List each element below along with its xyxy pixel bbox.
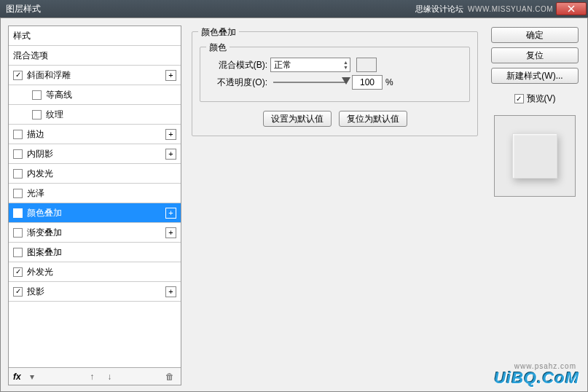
checkbox-icon[interactable] [13,208,23,218]
style-item-11[interactable]: 图案叠加 [9,243,181,262]
style-item-8[interactable]: 光泽 [9,184,181,203]
color-overlay-group: 颜色叠加 颜色 混合模式(B): 正常 ▲▼ 不透明度(O): 100 [192,31,478,136]
new-style-button[interactable]: 新建样式(W)... [491,68,579,84]
select-arrows-icon: ▲▼ [343,60,348,70]
blend-mode-row: 混合模式(B): 正常 ▲▼ [208,58,462,72]
window-title: 图层样式 [6,3,415,15]
color-group-title: 颜色 [206,42,230,54]
style-item-label: 投影 [27,286,165,298]
style-item-1[interactable]: 混合选项 [9,46,181,66]
styles-footer: fx ▾ ↑ ↓ 🗑 [9,367,181,385]
opacity-unit: % [385,77,393,87]
style-item-9[interactable]: 颜色叠加+ [9,203,181,223]
checkbox-icon[interactable] [13,228,23,238]
style-item-label: 渐变叠加 [27,227,165,239]
styles-panel: 样式混合选项斜面和浮雕+等高线纹理描边+内阴影+内发光光泽颜色叠加+渐变叠加+图… [8,26,181,385]
blend-mode-label: 混合模式(B): [208,59,267,71]
checkbox-icon[interactable] [13,149,23,159]
opacity-label: 不透明度(O): [208,77,267,89]
style-item-13[interactable]: 投影+ [9,282,181,302]
style-item-label: 混合选项 [13,50,176,62]
preview-swatch [512,133,557,179]
styles-list: 样式混合选项斜面和浮雕+等高线纹理描边+内阴影+内发光光泽颜色叠加+渐变叠加+图… [9,26,181,367]
dialog-body: 样式混合选项斜面和浮雕+等高线纹理描边+内阴影+内发光光泽颜色叠加+渐变叠加+图… [0,17,588,392]
opacity-row: 不透明度(O): 100 % [208,75,462,90]
settings-panel: 颜色叠加 颜色 混合模式(B): 正常 ▲▼ 不透明度(O): 100 [187,26,482,385]
slider-thumb-icon [342,77,350,85]
trash-icon[interactable]: 🗑 [163,371,176,383]
move-down-icon[interactable]: ↓ [103,371,116,383]
checkbox-icon [514,94,524,103]
style-item-4[interactable]: 纹理 [9,105,181,125]
style-item-label: 纹理 [46,109,176,121]
reset-default-button[interactable]: 复位为默认值 [339,111,407,127]
set-default-button[interactable]: 设置为默认值 [263,111,332,127]
checkbox-icon[interactable] [13,130,23,139]
blend-mode-value: 正常 [274,59,291,71]
add-icon[interactable]: + [165,70,176,81]
style-item-12[interactable]: 外发光 [9,262,181,282]
checkbox-icon[interactable] [13,287,23,297]
forum-url: WWW.MISSYUAN.COM [468,5,553,13]
style-item-label: 图案叠加 [27,246,176,259]
style-item-7[interactable]: 内发光 [9,164,181,184]
action-panel: 确定 复位 新建样式(W)... 预览(V) [488,26,581,385]
checkbox-icon[interactable] [13,71,23,80]
style-item-3[interactable]: 等高线 [9,85,181,105]
close-button[interactable] [556,2,587,15]
style-item-label: 内发光 [27,168,176,180]
checkbox-icon[interactable] [32,110,42,119]
checkbox-icon[interactable] [13,248,23,257]
style-item-label: 等高线 [46,89,176,101]
add-icon[interactable]: + [165,227,176,238]
style-item-label: 内阴影 [27,148,165,160]
style-item-10[interactable]: 渐变叠加+ [9,223,181,243]
color-group: 颜色 混合模式(B): 正常 ▲▼ 不透明度(O): 100 % [200,47,470,102]
default-buttons: 设置为默认值 复位为默认值 [200,111,470,127]
fx-dropdown-icon[interactable]: ▾ [26,371,39,383]
forum-label: 思缘设计论坛 [415,4,463,15]
add-icon[interactable]: + [165,286,176,297]
ok-button[interactable]: 确定 [491,27,579,43]
checkbox-icon[interactable] [13,189,23,198]
style-item-6[interactable]: 内阴影+ [9,144,181,164]
move-up-icon[interactable]: ↑ [85,371,98,383]
preview-box [494,115,576,197]
add-icon[interactable]: + [165,129,176,140]
style-item-label: 样式 [13,30,176,42]
style-item-label: 颜色叠加 [27,207,165,219]
checkbox-icon[interactable] [32,90,42,100]
checkbox-icon[interactable] [13,169,23,179]
opacity-input[interactable]: 100 [352,75,383,90]
color-swatch[interactable] [356,58,377,72]
checkbox-icon[interactable] [13,267,23,277]
style-item-label: 描边 [27,128,165,141]
watermark: UiBQ.CoM [494,369,579,388]
blend-mode-select[interactable]: 正常 ▲▼ [270,58,350,72]
section-title: 颜色叠加 [198,26,239,39]
preview-checkbox[interactable]: 预览(V) [514,93,556,105]
style-item-5[interactable]: 描边+ [9,125,181,144]
fx-label: fx [13,372,21,382]
opacity-slider[interactable] [273,82,346,83]
style-item-label: 斜面和浮雕 [27,69,165,82]
add-icon[interactable]: + [165,149,176,160]
titlebar: 图层样式 思缘设计论坛 WWW.MISSYUAN.COM [0,0,588,17]
style-item-label: 光泽 [27,187,176,200]
add-icon[interactable]: + [165,208,176,219]
preview-label: 预览(V) [527,93,556,105]
style-item-0[interactable]: 样式 [9,26,181,46]
cancel-button[interactable]: 复位 [491,47,579,63]
style-item-label: 外发光 [27,266,176,278]
style-item-2[interactable]: 斜面和浮雕+ [9,66,181,85]
close-icon [568,5,575,12]
